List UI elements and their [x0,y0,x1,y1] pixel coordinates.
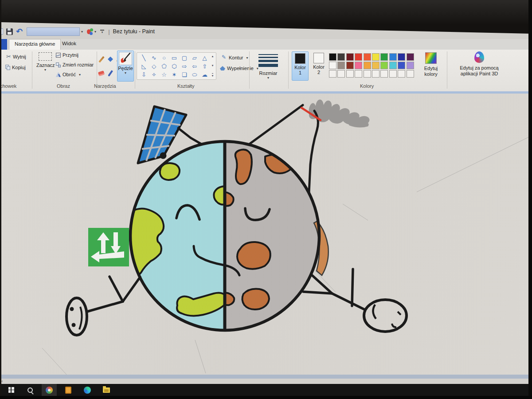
shape-glyph[interactable]: ⇨ [179,62,189,70]
palette-swatch[interactable] [355,62,362,69]
taskbar-file-explorer[interactable] [99,384,114,396]
palette-swatch[interactable] [372,62,379,69]
palette-swatch[interactable] [380,70,388,78]
shape-glyph[interactable]: △ [200,54,210,62]
shape-glyph[interactable]: ◺ [139,62,149,70]
copy-button[interactable]: Kopiuj [5,65,26,70]
palette-swatch[interactable] [380,53,388,61]
palette-swatch[interactable] [355,70,362,78]
palette-swatch[interactable] [346,62,354,69]
crop-button[interactable]: Przytnij [56,52,78,58]
palette-swatch[interactable] [346,53,354,61]
taskbar-orange-app[interactable] [61,384,76,396]
shape-glyph[interactable]: ◇ [149,62,159,70]
combo-caret-icon[interactable]: ▾ [81,30,83,34]
palette-swatch[interactable] [389,70,397,78]
palette-swatch[interactable] [398,53,405,61]
shape-glyph[interactable]: ☆ [159,70,169,79]
palette-swatch[interactable] [329,53,336,61]
shapes-expand-icon[interactable]: ▾ [212,73,214,78]
palette-swatch[interactable] [364,62,371,69]
palette-swatch[interactable] [364,70,371,78]
monitor-screen: ↶ ▾ ▾ ▾ | Bez tytułu - Paint Narzędzia g… [0,0,532,399]
palette-swatch[interactable] [407,62,414,69]
shape-glyph[interactable]: ✧ [149,70,159,79]
outline-button[interactable]: Kontur ▾ [222,55,249,60]
color1-button[interactable]: Kolor 1 [292,51,309,81]
toolbar-combo-box[interactable] [27,27,80,36]
undo-icon[interactable]: ↶ [16,28,23,35]
palette-swatch[interactable] [337,70,345,78]
palette-swatch[interactable] [372,70,379,78]
shape-glyph[interactable]: ⇦ [189,62,200,70]
shape-glyph[interactable]: ⬠ [159,62,169,70]
palette-swatch[interactable] [389,53,397,61]
palette-swatch[interactable] [346,70,354,78]
shape-glyph[interactable]: ○ [159,54,169,62]
shape-glyph[interactable]: ☁ [200,70,210,79]
ribbon-divider [135,51,135,89]
scroll-left-arrow-icon[interactable]: ‹ [1,379,3,383]
edit-with-paint3d-button[interactable]: Edytuj za pomocą aplikacji Paint 3D [453,51,505,77]
shape-glyph[interactable]: ∿ [149,54,159,62]
save-icon[interactable] [6,28,13,35]
palette-swatch[interactable] [372,53,379,61]
earth-character [129,141,329,330]
taskbar-search-button[interactable] [23,384,38,396]
shapes-scroll-up-icon[interactable]: ▴ [212,55,214,58]
shape-glyph[interactable]: ⬡ [169,62,180,70]
palette-swatch[interactable] [364,53,371,61]
fill-tool-icon[interactable] [108,57,113,62]
shape-glyph[interactable]: ⇩ [139,70,149,79]
shape-glyph[interactable]: ⇧ [200,62,210,70]
eyedropper-tool-icon[interactable] [108,70,113,77]
pencil-tool-icon[interactable] [98,56,104,63]
start-button[interactable] [4,384,19,396]
palette-swatch[interactable] [389,62,397,69]
cut-button[interactable]: ✂ Wytnij [6,53,26,60]
eraser-tool-icon[interactable] [98,70,105,76]
tab-home[interactable]: Narzędzia główne [9,39,61,50]
shape-glyph[interactable]: ▭ [169,54,180,62]
tab-view[interactable]: Widok [57,39,82,50]
shape-glyph[interactable]: ✶ [169,70,180,79]
right-leg-branch [303,292,332,293]
shape-glyph[interactable]: ▢ [179,54,189,62]
palette-swatch[interactable] [398,70,405,78]
windows-logo-icon [8,387,14,393]
color2-button[interactable]: Kolor 2 [310,51,327,81]
taskbar-paint-app[interactable] [42,384,57,396]
shape-glyph[interactable]: ❏ [179,70,189,79]
palette-swatch[interactable] [355,53,362,61]
paint-logo-icon[interactable] [87,28,93,35]
palette-swatch[interactable] [329,62,336,69]
edit-colors-button[interactable]: Edytuj kolory [419,52,442,77]
shape-glyph[interactable]: ⬭ [189,70,200,79]
palette-swatch[interactable] [398,62,405,69]
paint-canvas[interactable] [0,94,532,375]
monitor-bezel-left [0,0,1,399]
shape-glyph[interactable]: ▱ [189,54,200,62]
palette-swatch[interactable] [337,53,345,61]
horizontal-scrollbar[interactable]: ‹ [0,379,532,384]
rotate-button[interactable]: Obróć ▾ [56,72,82,77]
palette-swatch[interactable] [337,62,345,69]
select-button[interactable]: Zaznacz ▾ [36,51,54,80]
paint-menu-caret-icon[interactable]: ▾ [94,30,96,34]
shapes-scrollbar[interactable]: ▴ ▾ ▾ [210,53,215,79]
palette-swatch[interactable] [380,62,388,69]
shapes-scroll-down-icon[interactable]: ▾ [212,64,214,67]
palette-swatch[interactable] [329,70,336,78]
size-button[interactable]: Rozmiar ▾ [251,51,286,81]
color-palette [329,53,414,78]
taskbar [0,384,532,396]
palette-swatch[interactable] [407,70,414,78]
palette-swatch[interactable] [407,53,414,61]
color2-swatch [313,53,324,63]
resize-icon [56,63,61,67]
taskbar-edge-app[interactable] [80,384,95,396]
shape-glyph[interactable]: ╲ [139,54,149,62]
brushes-button[interactable]: Pędzle ▾ [117,51,134,82]
customize-toolbar-icon[interactable]: ▾ [100,30,104,33]
resize-button[interactable]: Zmień rozmiar [56,62,94,67]
